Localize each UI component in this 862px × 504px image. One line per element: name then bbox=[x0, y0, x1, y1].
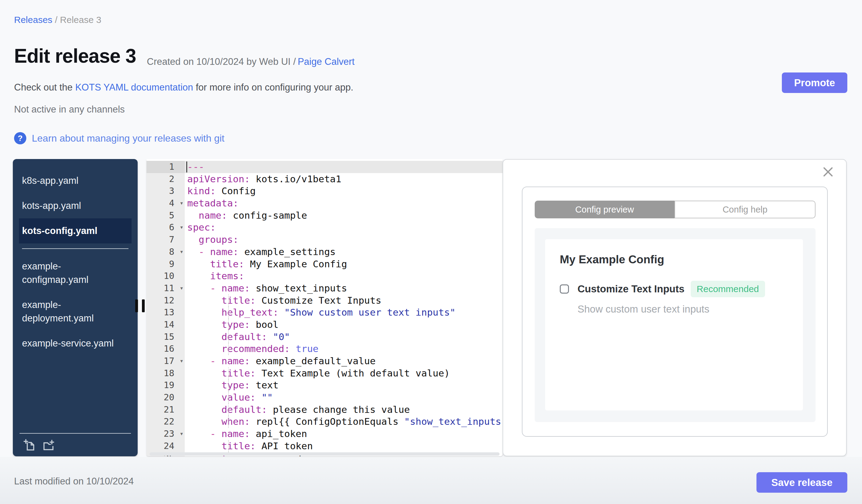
channel-status: Not active in any channels bbox=[14, 104, 125, 115]
code-text: when: repl{{ ConfigOptionEquals "show_te… bbox=[185, 416, 502, 428]
code-line-6[interactable]: 6▾spec: bbox=[146, 222, 502, 234]
code-line-21[interactable]: 21 default: please change this value bbox=[146, 404, 502, 416]
file-item-label: example-configmap.yaml bbox=[22, 260, 123, 287]
code-line-22[interactable]: 22 when: repl{{ ConfigOptionEquals "show… bbox=[146, 416, 502, 428]
save-release-button[interactable]: Save release bbox=[756, 472, 847, 493]
code-line-17[interactable]: 17▾ - name: example_default_value bbox=[146, 355, 502, 367]
code-line-13[interactable]: 13 help_text: "Show custom user text inp… bbox=[146, 306, 502, 319]
code-line-4[interactable]: 4▾metadata: bbox=[146, 197, 502, 210]
line-number: 15 bbox=[146, 331, 185, 343]
git-releases-link[interactable]: Learn about managing your releases with … bbox=[32, 133, 224, 144]
yaml-editor[interactable]: 1---2apiVersion: kots.io/v1beta13kind: C… bbox=[146, 159, 502, 456]
breadcrumb: Releases / Release 3 bbox=[14, 15, 101, 25]
code-line-23[interactable]: 23▾ - name: api_token bbox=[146, 428, 502, 440]
config-preview-panel: Config previewConfig help My Example Con… bbox=[502, 159, 847, 456]
indent-guide bbox=[228, 343, 229, 355]
created-author-link[interactable]: Paige Calvert bbox=[298, 56, 354, 67]
indent-guide bbox=[228, 306, 229, 319]
question-mark-icon: ? bbox=[14, 132, 26, 144]
code-text: title: Customize Text Inputs bbox=[185, 294, 502, 307]
code-line-16[interactable]: 16 recommended: true bbox=[146, 343, 502, 355]
code-text: groups: bbox=[185, 234, 502, 246]
code-text: help_text: "Show custom user text inputs… bbox=[185, 306, 502, 319]
code-line-5[interactable]: 5 name: config-sample bbox=[146, 210, 502, 222]
breadcrumb-releases-link[interactable]: Releases bbox=[14, 15, 52, 25]
code-text: items: bbox=[185, 270, 502, 282]
code-line-2[interactable]: 2apiVersion: kots.io/v1beta1 bbox=[146, 173, 502, 185]
line-number: 21 bbox=[146, 404, 185, 416]
tab-config-preview[interactable]: Config preview bbox=[535, 201, 675, 218]
rendered-config-form: My Example Config Customize Text Inputs … bbox=[545, 239, 803, 410]
close-icon[interactable] bbox=[822, 167, 834, 178]
code-text: --- bbox=[185, 161, 502, 173]
indent-guide bbox=[228, 331, 229, 343]
line-number: 12 bbox=[146, 294, 185, 307]
fold-toggle-icon[interactable]: ▾ bbox=[180, 197, 184, 210]
code-line-18[interactable]: 18 title: Text Example (with default val… bbox=[146, 367, 502, 380]
config-item-title: Customize Text Inputs bbox=[577, 283, 684, 295]
code-line-14[interactable]: 14 type: bool bbox=[146, 319, 502, 331]
fold-toggle-icon[interactable]: ▾ bbox=[180, 355, 184, 367]
code-line-15[interactable]: 15 default: "0" bbox=[146, 331, 502, 343]
code-line-19[interactable]: 19 type: text bbox=[146, 379, 502, 392]
code-line-7[interactable]: 7 groups: bbox=[146, 234, 502, 246]
sidebar-resize-handle[interactable] bbox=[135, 300, 145, 312]
code-line-8[interactable]: 8▾ - name: example_settings bbox=[146, 246, 502, 258]
docs-prefix: Check out the bbox=[14, 82, 75, 93]
editor-horizontal-scrollbar[interactable] bbox=[149, 452, 499, 456]
file-item-example-service-yaml[interactable]: example-service.yaml bbox=[19, 331, 132, 356]
config-item-help-text: Show custom user text inputs bbox=[560, 303, 788, 315]
edit-release-page: Releases / Release 3 Edit release 3 Crea… bbox=[0, 0, 862, 504]
last-modified-text: Last modified on 10/10/2024 bbox=[14, 476, 134, 487]
line-number: 14 bbox=[146, 319, 185, 331]
text-cursor bbox=[186, 161, 187, 172]
customize-text-inputs-checkbox[interactable] bbox=[560, 284, 569, 294]
code-text: default: "0" bbox=[185, 331, 502, 343]
fold-toggle-icon[interactable]: ▾ bbox=[180, 428, 184, 440]
kots-yaml-docs-link[interactable]: KOTS YAML documentation bbox=[75, 82, 193, 93]
new-file-icon[interactable] bbox=[23, 439, 36, 451]
code-text: kind: Config bbox=[185, 185, 502, 197]
docs-line: Check out the KOTS YAML documentation fo… bbox=[14, 82, 353, 93]
file-list: k8s-app.yamlkots-app.yamlkots-config.yam… bbox=[13, 159, 138, 356]
file-item-example-deployment-yaml[interactable]: example-deployment.yaml bbox=[19, 292, 132, 331]
config-group-title: My Example Config bbox=[560, 253, 788, 266]
indent-guide bbox=[228, 392, 229, 404]
code-line-3[interactable]: 3kind: Config bbox=[146, 185, 502, 197]
file-item-k8s-app-yaml[interactable]: k8s-app.yaml bbox=[19, 168, 132, 193]
tab-config-help[interactable]: Config help bbox=[675, 201, 815, 218]
fold-toggle-icon[interactable]: ▾ bbox=[180, 246, 184, 258]
code-text: spec: bbox=[185, 222, 502, 234]
file-item-kots-config-yaml[interactable]: kots-config.yaml bbox=[19, 218, 132, 243]
sidebar-actions bbox=[19, 433, 131, 451]
code-line-24[interactable]: 24 title: API token bbox=[146, 440, 502, 452]
code-line-12[interactable]: 12 title: Customize Text Inputs bbox=[146, 294, 502, 307]
fold-toggle-icon[interactable]: ▾ bbox=[180, 222, 184, 234]
fold-toggle-icon[interactable]: ▾ bbox=[180, 282, 184, 294]
code-text: name: config-sample bbox=[185, 210, 502, 222]
sidebar-actions-divider bbox=[19, 433, 131, 434]
file-item-kots-app-yaml[interactable]: kots-app.yaml bbox=[19, 193, 132, 218]
line-number: 11▾ bbox=[146, 282, 185, 294]
preview-content-area: My Example Config Customize Text Inputs … bbox=[535, 228, 815, 422]
code-text: - name: api_token bbox=[185, 428, 502, 440]
file-item-example-configmap-yaml[interactable]: example-configmap.yaml bbox=[19, 254, 132, 292]
file-item-label: kots-app.yaml bbox=[22, 199, 81, 213]
preview-tab-group: Config previewConfig help bbox=[535, 201, 815, 218]
page-title: Edit release 3 bbox=[14, 45, 136, 67]
line-number: 17▾ bbox=[146, 355, 185, 367]
indent-guide bbox=[228, 367, 229, 380]
line-number: 20 bbox=[146, 392, 185, 404]
new-folder-icon[interactable] bbox=[42, 439, 55, 451]
line-number: 7 bbox=[146, 234, 185, 246]
code-line-1[interactable]: 1--- bbox=[146, 161, 502, 173]
code-line-9[interactable]: 9 title: My Example Config bbox=[146, 258, 502, 270]
code-text: metadata: bbox=[185, 197, 502, 210]
code-text: type: text bbox=[185, 379, 502, 392]
code-line-10[interactable]: 10 items: bbox=[146, 270, 502, 282]
config-item-row: Customize Text Inputs Recommended bbox=[560, 281, 788, 297]
code-line-20[interactable]: 20 value: "" bbox=[146, 392, 502, 404]
promote-button[interactable]: Promote bbox=[782, 72, 847, 93]
file-item-label: kots-config.yaml bbox=[22, 224, 97, 238]
code-line-11[interactable]: 11▾ - name: show_text_inputs bbox=[146, 282, 502, 294]
